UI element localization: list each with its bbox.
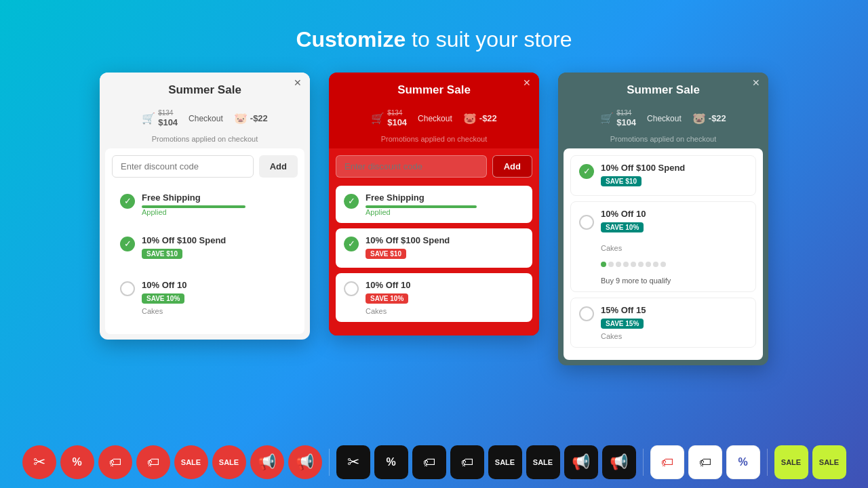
icon-tags-black-sq[interactable]: 🏷 <box>450 445 484 479</box>
card-teal-close[interactable]: ✕ <box>752 78 760 87</box>
icon-scissors-black-sq[interactable]: ✂ <box>336 445 370 479</box>
current-price-red: $104 <box>387 117 407 128</box>
promo-name-10: 10% Off 10 <box>142 280 290 290</box>
icon-percent-red-circle[interactable]: % <box>60 445 94 479</box>
separator-3 <box>767 449 768 476</box>
card-red-header: Summer Sale ✕ <box>329 73 539 105</box>
cart-summary-red: 🛒 $134 $104 <box>371 109 407 128</box>
promo-name-10-red: 10% Off 10 <box>366 280 524 290</box>
promo-sub-cakes: Cakes <box>142 307 290 315</box>
red-card-body: Add ✓ Free Shipping Applied ✓ 10% Off $1… <box>329 148 539 336</box>
icon-megaphone-black-sq1[interactable]: 📢 <box>564 445 598 479</box>
icon-tag-red-circle[interactable]: 🏷 <box>98 445 132 479</box>
promo-10off10-white: 10% Off 10 SAVE 10% Cakes <box>112 273 298 322</box>
card-teal: Summer Sale ✕ 🛒 $134 $104 Checkout 🐷 -$2… <box>558 73 768 365</box>
promo-name-100-teal: 10% Off $100 Spend <box>601 163 747 173</box>
promo-sub-15-teal: Cakes <box>601 332 747 340</box>
icon-tag-black-sq[interactable]: 🏷 <box>412 445 446 479</box>
icon-tags-red-circle[interactable]: 🏷 <box>136 445 170 479</box>
progress-dots <box>601 262 666 267</box>
icon-percent-white-sq[interactable]: % <box>726 445 760 479</box>
promo-info-10: 10% Off 10 SAVE 10% Cakes <box>142 280 290 315</box>
add-button-white[interactable]: Add <box>259 155 298 178</box>
badge-save10pct-red: SAVE 10% <box>366 293 408 304</box>
promo-name-100-red: 10% Off $100 Spend <box>366 235 524 245</box>
separator-1 <box>329 449 330 476</box>
check-filled-white: ✓ <box>120 194 135 209</box>
icon-percent-black-sq[interactable]: % <box>374 445 408 479</box>
promo-sub-cakes-red: Cakes <box>366 307 524 315</box>
icon-megaphone-red-circle2[interactable]: 📢 <box>288 445 322 479</box>
bottom-icon-bar: ✂ % 🏷 🏷 SALE SALE 📢 📢 ✂ % 🏷 🏷 SALE SALE … <box>0 436 868 488</box>
icon-sale-red-circle1[interactable]: SALE <box>174 445 208 479</box>
check-filled-ship-red: ✓ <box>344 194 359 209</box>
icon-scissors-red-circle[interactable]: ✂ <box>22 445 56 479</box>
promo-info-10-teal: 10% Off 10 SAVE 10% <box>601 209 646 235</box>
promo-note-red: Promotions applied on checkout <box>329 134 539 148</box>
card-white-summary: 🛒 $134 $104 Checkout 🐷 -$22 <box>100 105 310 134</box>
header-bold: Customize <box>296 27 406 52</box>
icon-tag-white-sq-dark[interactable]: 🏷 <box>688 445 722 479</box>
card-teal-summary: 🛒 $134 $104 Checkout 🐷 -$22 <box>558 105 768 134</box>
promo-info-15-teal: 15% Off 15 SAVE 15% Cakes <box>601 305 747 340</box>
promo-name-10-teal: 10% Off 10 <box>601 209 646 219</box>
promo-name-ship-red: Free Shipping <box>366 192 524 203</box>
cart-icon-red: 🛒 <box>371 112 384 125</box>
icon-sale-lime-sq1[interactable]: SALE <box>774 445 808 479</box>
discount-input-white[interactable] <box>112 155 254 178</box>
cart-summary-teal: 🛒 $134 $104 <box>600 109 636 128</box>
cards-row: Summer Sale ✕ 🛒 $134 $104 Checkout 🐷 -$2… <box>100 73 768 365</box>
icon-megaphone-red-circle1[interactable]: 📢 <box>250 445 284 479</box>
card-white-close[interactable]: ✕ <box>294 78 302 87</box>
piggy-icon: 🐷 <box>234 112 248 125</box>
promo-10off10-red: 10% Off 10 SAVE 10% Cakes <box>336 273 532 322</box>
cart-icon: 🛒 <box>142 112 155 125</box>
badge-save15-teal: SAVE 15% <box>601 319 644 329</box>
promo-info-shipping: Free Shipping Applied <box>142 192 290 216</box>
check-filled-100-teal: ✓ <box>579 164 594 179</box>
card-teal-title: Summer Sale <box>627 83 700 96</box>
card-white-header: Summer Sale ✕ <box>100 73 310 105</box>
page-header: Customize to suit your store <box>296 27 572 52</box>
piggy-icon-teal: 🐷 <box>692 112 706 125</box>
card-teal-header: Summer Sale ✕ <box>558 73 768 105</box>
applied-label-red: Applied <box>366 208 524 216</box>
promo-note-teal: Promotions applied on checkout <box>558 134 768 148</box>
icon-sale-black-sq2[interactable]: SALE <box>526 445 560 479</box>
dot-empty-7 <box>653 262 658 267</box>
card-red: Summer Sale ✕ 🛒 $134 $104 Checkout 🐷 -$2… <box>329 73 539 336</box>
checkout-label-red: Checkout <box>418 114 452 123</box>
discount-summary-red: 🐷 -$22 <box>463 112 497 125</box>
current-price: $104 <box>158 117 178 128</box>
applied-label: Applied <box>142 208 290 216</box>
badge-save10-teal: SAVE $10 <box>601 176 642 186</box>
icon-megaphone-black-sq2[interactable]: 📢 <box>602 445 636 479</box>
promo-info-100-red: 10% Off $100 Spend SAVE $10 <box>366 235 524 261</box>
icon-tag-white-sq-red[interactable]: 🏷 <box>650 445 684 479</box>
promo-free-shipping-red: ✓ Free Shipping Applied <box>336 186 532 223</box>
promo-note-white: Promotions applied on checkout <box>100 134 310 148</box>
discount-summary-teal: 🐷 -$22 <box>692 112 726 125</box>
card-red-close[interactable]: ✕ <box>523 78 531 87</box>
add-button-red[interactable]: Add <box>492 155 532 178</box>
icon-sale-lime-sq2[interactable]: SALE <box>812 445 846 479</box>
check-empty-15-teal <box>579 306 594 321</box>
dot-empty-1 <box>608 262 614 267</box>
icon-sale-red-circle2[interactable]: SALE <box>212 445 246 479</box>
icon-sale-black-sq1[interactable]: SALE <box>488 445 522 479</box>
discount-input-red[interactable] <box>336 155 487 178</box>
original-price: $134 <box>158 109 178 117</box>
separator-2 <box>643 449 644 476</box>
check-filled-100-red: ✓ <box>344 237 359 251</box>
promo-100spend-white: ✓ 10% Off $100 Spend SAVE $10 <box>112 228 298 268</box>
promo-15off15-teal: 15% Off 15 SAVE 15% Cakes <box>570 298 756 348</box>
original-price-teal: $134 <box>616 109 636 117</box>
cart-icon-teal: 🛒 <box>600 112 614 125</box>
current-price-teal: $104 <box>616 117 636 128</box>
promo-info-10-red: 10% Off 10 SAVE 10% Cakes <box>366 280 524 315</box>
check-empty-10-teal <box>579 215 594 230</box>
card-white: Summer Sale ✕ 🛒 $134 $104 Checkout 🐷 -$2… <box>100 73 310 340</box>
dot-empty-5 <box>638 262 644 267</box>
dot-empty-8 <box>660 262 666 267</box>
promo-sub-cakes-teal: Cakes <box>601 244 622 252</box>
